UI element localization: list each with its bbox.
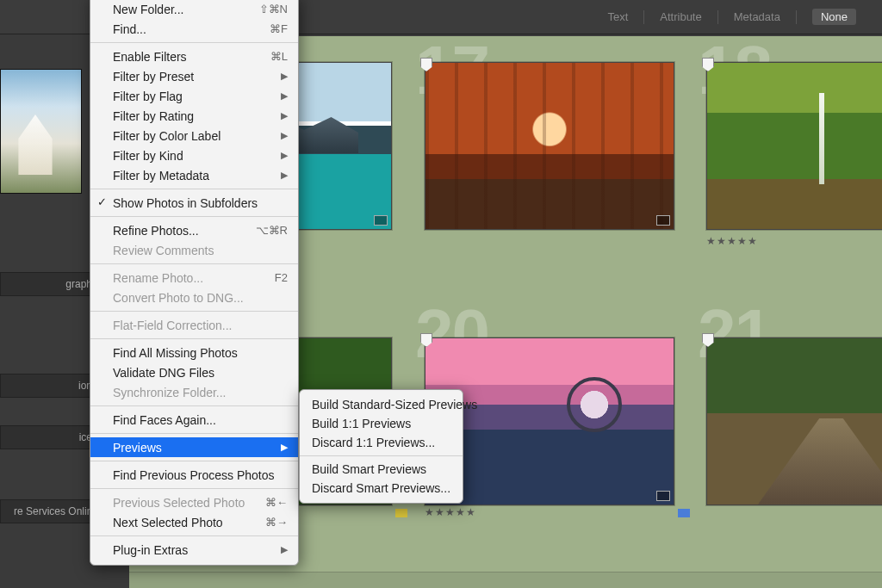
- divider: [643, 10, 644, 24]
- menu-item[interactable]: Build Smart Previews: [300, 460, 463, 479]
- menu-item-label: Previous Selected Photo: [113, 496, 245, 510]
- menu-item-label: Build Standard-Sized Previews: [312, 398, 477, 412]
- chevron-right-icon: ▶: [281, 71, 288, 82]
- flag-icon[interactable]: [702, 333, 714, 347]
- menu-item-label: Filter by Rating: [113, 109, 194, 123]
- menu-item: Synchronize Folder...: [90, 382, 298, 402]
- chevron-right-icon: ▶: [281, 150, 288, 161]
- chevron-right-icon: ▶: [281, 130, 288, 141]
- grid-cell[interactable]: [425, 62, 674, 230]
- filter-none[interactable]: None: [812, 9, 856, 25]
- menu-item: Convert Photo to DNG...: [90, 288, 298, 307]
- menu-item[interactable]: Find All Missing Photos: [90, 343, 298, 362]
- navigator-preview[interactable]: [0, 69, 82, 194]
- keyboard-shortcut: F2: [275, 271, 288, 284]
- menu-item: Rename Photo...F2: [90, 268, 298, 288]
- menu-item[interactable]: Filter by Rating▶: [90, 106, 298, 126]
- menu-item: Previous Selected Photo⌘←: [90, 492, 298, 512]
- menu-item-label: Find Previous Process Photos: [113, 468, 275, 482]
- menu-item-label: Review Comments: [113, 244, 214, 257]
- menu-item[interactable]: Refine Photos...⌥⌘R: [90, 220, 298, 240]
- rating-stars[interactable]: ★★★★★: [706, 235, 882, 247]
- menu-item[interactable]: Enable Filters⌘L: [90, 46, 298, 66]
- menu-item-label: New Folder...: [113, 3, 183, 16]
- menu-item[interactable]: Filter by Preset▶: [90, 66, 298, 86]
- menu-item[interactable]: ✓Show Photos in Subfolders: [90, 193, 298, 213]
- menu-item[interactable]: Find...⌘F: [90, 19, 298, 39]
- menu-item: Flat-Field Correction...: [90, 315, 298, 335]
- menu-item-label: Synchronize Folder...: [113, 386, 227, 399]
- menu-item[interactable]: Next Selected Photo⌘→: [90, 512, 298, 532]
- chevron-right-icon: ▶: [281, 90, 288, 102]
- flag-icon[interactable]: [702, 58, 714, 71]
- menu-item-label: Discard 1:1 Previews...: [312, 436, 435, 449]
- menu-item-label: Rename Photo...: [113, 271, 203, 285]
- menu-item[interactable]: Filter by Color Label▶: [90, 126, 298, 145]
- menu-item[interactable]: New Folder...⇧⌘N: [90, 0, 298, 19]
- menu-item-label: Enable Filters: [113, 50, 187, 64]
- flag-icon[interactable]: [420, 333, 432, 347]
- chevron-right-icon: ▶: [281, 544, 288, 555]
- thumbnail[interactable]: [425, 62, 674, 230]
- rating-stars[interactable]: ★★★★★: [425, 506, 476, 518]
- keyboard-shortcut: ⌘←: [265, 496, 288, 509]
- menu-item[interactable]: Find Previous Process Photos: [90, 465, 298, 485]
- keyboard-shortcut: ⇧⌘N: [259, 3, 288, 15]
- menu-item-label: Refine Photos...: [113, 224, 199, 238]
- chevron-right-icon: ▶: [281, 170, 288, 181]
- menu-item[interactable]: Validate DNG Files: [90, 362, 298, 382]
- badge-icon: [374, 215, 388, 226]
- keyboard-shortcut: ⌥⌘R: [256, 224, 288, 237]
- menu-item[interactable]: Find Faces Again...: [90, 410, 298, 430]
- menu-item-label: Discard Smart Previews...: [312, 481, 450, 495]
- menu-item-label: Build 1:1 Previews: [312, 417, 411, 430]
- chevron-right-icon: ▶: [281, 442, 288, 453]
- grid-cell[interactable]: ★★★★★: [706, 62, 882, 247]
- flag-icon[interactable]: [420, 58, 432, 71]
- menu-item-label: Show Photos in Subfolders: [113, 196, 258, 210]
- menu-item-label: Filter by Preset: [113, 70, 194, 84]
- app-root: FIT ▾ 100% Text Attribute Metadata None …: [0, 0, 882, 588]
- color-label[interactable]: [678, 509, 690, 517]
- menu-item[interactable]: Discard Smart Previews...: [300, 479, 463, 498]
- menu-item-label: Next Selected Photo: [113, 516, 223, 529]
- previews-submenu[interactable]: Build Standard-Sized PreviewsBuild 1:1 P…: [299, 389, 463, 504]
- menu-item[interactable]: Filter by Kind▶: [90, 145, 298, 165]
- menu-item[interactable]: Filter by Metadata▶: [90, 165, 298, 185]
- menu-item-label: Convert Photo to DNG...: [113, 291, 244, 305]
- grid-row-divider: [129, 572, 882, 588]
- menu-item-label: Find...: [113, 22, 146, 36]
- keyboard-shortcut: ⌘→: [265, 516, 288, 529]
- badge-icon: [656, 491, 670, 501]
- check-icon: ✓: [97, 195, 107, 208]
- divider: [717, 10, 718, 24]
- menu-item[interactable]: Build Standard-Sized Previews: [300, 395, 463, 414]
- library-menu[interactable]: New Folder...⇧⌘NFind...⌘FEnable Filters⌘…: [90, 0, 299, 566]
- menu-item-label: Filter by Metadata: [113, 169, 209, 183]
- thumbnail[interactable]: [706, 337, 882, 505]
- menu-item[interactable]: Build 1:1 Previews: [300, 414, 463, 433]
- keyboard-shortcut: ⌘F: [270, 22, 288, 35]
- color-label[interactable]: [395, 509, 407, 517]
- grid-cell[interactable]: ★★★★★: [425, 337, 690, 518]
- menu-item-label: Previews: [113, 441, 162, 455]
- menu-item[interactable]: Discard 1:1 Previews...: [300, 433, 463, 452]
- menu-item-label: Find All Missing Photos: [113, 346, 238, 360]
- thumbnail[interactable]: [706, 62, 882, 230]
- filter-text[interactable]: Text: [607, 10, 628, 23]
- filter-attribute[interactable]: Attribute: [660, 10, 701, 23]
- badge-icon: [656, 215, 670, 226]
- menu-item[interactable]: Plug-in Extras▶: [90, 540, 298, 560]
- menu-item-label: Plug-in Extras: [113, 543, 188, 557]
- menu-item-label: Build Smart Previews: [312, 462, 426, 476]
- menu-item-label: Validate DNG Files: [113, 366, 214, 380]
- divider: [796, 10, 797, 24]
- menu-item: Review Comments: [90, 240, 298, 260]
- filter-metadata[interactable]: Metadata: [734, 10, 780, 23]
- menu-item[interactable]: Filter by Flag▶: [90, 86, 298, 106]
- chevron-right-icon: ▶: [281, 110, 288, 121]
- menu-item[interactable]: Previews▶: [90, 437, 298, 457]
- grid-cell[interactable]: [706, 337, 882, 505]
- menu-item-label: Filter by Flag: [113, 90, 183, 103]
- keyboard-shortcut: ⌘L: [270, 50, 288, 63]
